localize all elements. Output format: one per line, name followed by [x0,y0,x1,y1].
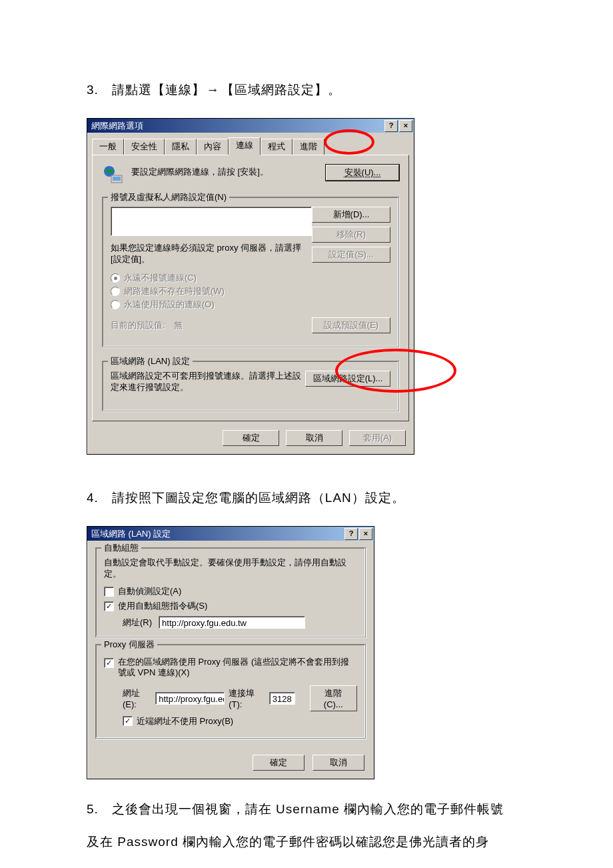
use-proxy-checkbox[interactable]: ✓ [104,658,114,668]
proxy-port-input[interactable]: 3128 [269,692,295,705]
settings-button: 設定值(S)... [312,247,390,263]
tab-security[interactable]: 安全性 [124,139,165,155]
apply-button: 套用(A) [349,430,406,446]
ok-button[interactable]: 確定 [223,430,279,446]
use-proxy-label: 在您的區域網路使用 Proxy 伺服器 (這些設定將不會套用到撥號或 VPN 連… [118,657,357,679]
tab-row: 一般 安全性 隱私 內容 連線 程式 進階 [87,133,414,155]
internet-options-dialog: 網際網路選項 ? × 一般 安全性 隱私 內容 連線 程式 進階 [87,118,414,455]
proxy-note: 如果您設定連線時必須設定 proxy 伺服器，請選擇 [設定值]。 [111,243,310,265]
set-default-button: 設成預設值(E) [312,317,390,333]
radio-dial-when-none: 網路連線不存在時撥號(W) [111,285,390,297]
proxy-group: Proxy 伺服器 ✓ 在您的區域網路使用 Proxy 伺服器 (這些設定將不會… [95,644,366,739]
auto-script-checkbox[interactable]: ✓ [104,601,114,611]
install-button[interactable]: 安裝(U)... [326,165,399,181]
current-default-label: 目前的預設值: 無 [111,319,183,331]
auto-detect-label: 自動偵測設定(A) [118,585,181,597]
step-4-text: 4. 請按照下圖設定您電腦的區域網路（LAN）設定。 [87,481,526,514]
add-button[interactable]: 新增(D)... [312,207,390,223]
tab-advanced[interactable]: 進階 [293,139,324,155]
lan-dialog-title: 區域網路 (LAN) 設定 [91,528,171,540]
lan-button-row: 確定 取消 [87,752,374,779]
step3-suffix: 【區域網路設定】。 [221,83,341,97]
lan-legend: 區域網路 (LAN) 設定 [108,355,193,367]
dialog-button-row: 確定 取消 套用(A) [87,426,414,454]
setup-text: 要設定網際網路連線，請按 [安裝]。 [131,165,326,178]
auto-detect-checkbox[interactable] [104,587,114,597]
proxy-address-input[interactable]: http://proxy.fgu.edu.tw [155,692,225,705]
script-address-label: 網址(R) [123,617,152,629]
lan-note: 區域網路設定不可套用到撥號連線。請選擇上述設定來進行撥號設定。 [111,371,304,393]
help-icon[interactable]: ? [344,528,358,540]
tab-content[interactable]: 內容 [197,139,229,155]
radio-always-default: 永遠使用預設的連線(O) [111,299,390,311]
remove-button: 移除(R) [312,227,390,243]
titlebar: 網際網路選項 ? × [87,119,414,133]
step-3-text: 3. 請點選【連線】→【區域網路設定】。 [87,73,526,106]
connections-panel: 要設定網際網路連線，請按 [安裝]。 安裝(U)... 撥號及虛擬私人網路設定值… [92,155,409,421]
auto-config-group: 自動組態 自動設定會取代手動設定。要確保使用手動設定，請停用自動設定。 自動偵測… [95,547,366,637]
globe-icon [102,165,125,185]
tab-programs[interactable]: 程式 [261,139,293,155]
arrow-right-icon: → [207,83,220,97]
connections-listbox[interactable] [111,207,312,236]
tab-connections[interactable]: 連線 [229,137,261,155]
lan-settings-button[interactable]: 區域網路設定(L)... [305,371,390,387]
help-icon[interactable]: ? [384,120,398,132]
proxy-advanced-button[interactable]: 進階(C)... [310,685,357,711]
tab-general[interactable]: 一般 [92,139,124,155]
tab-privacy[interactable]: 隱私 [165,139,197,155]
script-address-input[interactable]: http://proxy.fgu.edu.tw [159,616,305,629]
lan-groupbox: 區域網路 (LAN) 設定 區域網路設定不可套用到撥號連線。請選擇上述設定來進行… [102,361,399,411]
radio-never-dial: 永遠不撥號連線(C) [111,272,390,284]
lan-titlebar: 區域網路 (LAN) 設定 ? × [87,527,374,541]
auto-legend: 自動組態 [101,542,141,554]
proxy-legend: Proxy 伺服器 [101,639,157,651]
lan-cancel-button[interactable]: 取消 [312,755,364,771]
close-icon[interactable]: × [359,528,372,540]
proxy-port-label: 連接埠(T): [229,687,265,709]
lan-settings-dialog: 區域網路 (LAN) 設定 ? × 自動組態 自動設定會取代手動設定。要確保使用… [87,526,374,779]
auto-script-label: 使用自動組態指令碼(S) [118,600,207,612]
bypass-local-checkbox[interactable]: ✓ [123,716,133,726]
dial-legend: 撥號及虛擬私人網路設定值(N) [108,191,229,203]
bypass-local-label: 近端網址不使用 Proxy(B) [137,715,233,727]
step-5-line1: 5. 之後會出現一個視窗，請在 Username 欄內輸入您的電子郵件帳號 [87,793,526,825]
cancel-button[interactable]: 取消 [286,430,342,446]
auto-note: 自動設定會取代手動設定。要確保使用手動設定，請停用自動設定。 [104,557,357,580]
lan-ok-button[interactable]: 確定 [253,755,305,771]
proxy-address-label: 網址(E): [123,687,151,709]
step3-prefix: 3. 請點選【連線】 [87,83,205,97]
dial-groupbox: 撥號及虛擬私人網路設定值(N) 新增(D)... 移除(R) 設定值(S)...… [102,197,399,347]
close-icon[interactable]: × [399,120,412,132]
svg-rect-2 [113,177,121,181]
step-5-line2: 及在 Password 欄內輸入您的電子郵件密碼以確認您是佛光讀者的身 [87,825,526,858]
dialog-title: 網際網路選項 [91,120,143,132]
